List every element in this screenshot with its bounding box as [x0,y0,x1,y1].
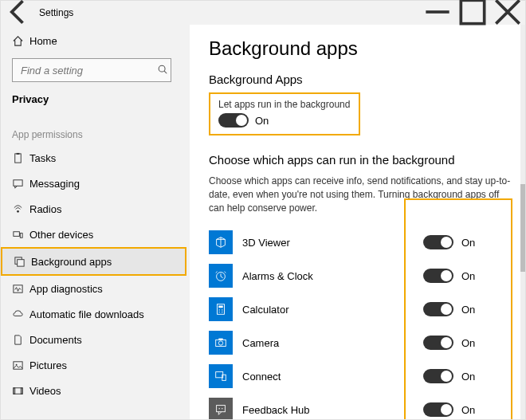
sidebar-item-label: Documents [29,334,82,346]
app-name: Connect [233,371,423,383]
app-toggle-state: On [461,371,475,383]
cloud-download-icon [12,308,29,320]
app-list: 3D Viewer On Alarms & Clock On [209,226,511,419]
sidebar-item-label: App diagnostics [29,283,103,295]
sidebar: Home Privacy App permissions Tasks [1,25,190,419]
svg-rect-11 [18,259,24,265]
app-name: Camera [233,337,423,349]
svg-rect-6 [14,179,22,186]
svg-rect-27 [218,339,222,340]
home-icon [12,35,29,47]
window-title: Settings [36,7,420,18]
app-name: Feedback Hub [233,404,423,416]
app-toggle[interactable] [423,402,453,417]
app-row-calculator: Calculator On [209,292,511,326]
app-toggle-state: On [461,270,475,282]
app-name: Alarms & Clock [233,270,423,282]
sidebar-item-documents[interactable]: Documents [1,327,190,352]
section-subtitle: Background Apps [209,73,511,86]
search-input[interactable] [19,64,157,77]
app-toggle[interactable] [423,235,453,249]
sidebar-item-other-devices[interactable]: Other devices [1,222,190,247]
document-icon [12,334,29,346]
sidebar-item-messaging[interactable]: Messaging [1,171,190,196]
master-toggle-state: On [255,115,269,127]
window-body: Home Privacy App permissions Tasks [1,25,525,419]
svg-point-22 [222,310,222,311]
svg-rect-30 [217,406,226,412]
app-row-3d-viewer: 3D Viewer On [209,226,511,259]
app-toggle[interactable] [423,336,453,350]
background-apps-icon [14,256,31,268]
sidebar-item-label: Radios [29,203,61,215]
picture-icon [12,359,29,371]
sidebar-item-label: Background apps [31,256,112,268]
scrollbar[interactable] [520,25,525,419]
app-row-alarms-clock: Alarms & Clock On [209,259,511,292]
sidebar-item-background-apps[interactable]: Background apps [2,249,185,274]
search-icon [157,64,168,77]
app-toggle[interactable] [423,302,453,316]
svg-rect-13 [14,361,22,368]
alarms-clock-icon [209,264,233,288]
sidebar-item-radios[interactable]: Radios [1,196,190,222]
master-toggle[interactable] [218,113,249,128]
svg-rect-1 [461,0,484,23]
sidebar-item-label: Automatic file downloads [29,308,144,320]
sidebar-item-videos[interactable]: Videos [1,378,190,403]
search-wrap [1,53,190,90]
connect-icon [209,364,233,388]
sidebar-item-app-diagnostics[interactable]: App diagnostics [1,276,190,301]
message-icon [12,178,29,190]
feedback-hub-icon [209,398,233,419]
search-box[interactable] [12,58,171,82]
sidebar-item-label: Tasks [29,152,56,164]
sidebar-item-pictures[interactable]: Pictures [1,352,190,378]
calculator-icon [209,297,233,321]
master-toggle-highlight: Let apps run in the background On [209,92,360,135]
app-toggle-state: On [461,304,475,316]
master-toggle-label: Let apps run in the background [218,99,351,110]
master-toggle-row: On [218,113,351,128]
svg-rect-9 [20,233,22,237]
svg-rect-17 [21,387,22,394]
sidebar-home[interactable]: Home [1,28,190,53]
scrollbar-thumb[interactable] [520,184,525,272]
sidebar-group-label: App permissions [1,113,190,145]
choose-description: Choose which apps can receive info, send… [209,175,511,214]
camera-icon [209,331,233,355]
svg-point-26 [218,341,222,345]
svg-point-24 [222,312,222,312]
svg-rect-5 [17,152,20,154]
settings-window: Settings Home [0,0,526,420]
sidebar-item-label: Pictures [29,359,67,371]
svg-point-23 [218,312,219,312]
clipboard-icon [12,152,29,164]
app-toggle[interactable] [423,269,453,283]
page-title: Background apps [209,37,511,60]
svg-rect-4 [15,153,22,162]
svg-line-3 [164,71,167,73]
app-row-connect: Connect On [209,359,511,393]
svg-point-2 [159,65,165,72]
svg-rect-8 [14,231,20,236]
app-toggle[interactable] [423,369,453,383]
sidebar-highlight: Background apps [1,247,186,276]
devices-icon [12,229,29,241]
sidebar-home-label: Home [29,35,57,47]
app-toggle-state: On [461,237,475,249]
app-name: 3D Viewer [233,237,423,249]
app-row-camera: Camera On [209,326,511,359]
sidebar-item-label: Videos [29,385,61,397]
svg-point-21 [218,310,219,311]
content: Background apps Background Apps Let apps… [190,25,525,419]
app-toggle-state: On [461,404,475,416]
svg-rect-16 [14,387,15,394]
sidebar-item-tasks[interactable]: Tasks [1,145,190,171]
3d-viewer-icon [209,230,233,254]
radio-icon [12,203,29,215]
sidebar-item-label: Messaging [29,178,80,190]
sidebar-item-automatic-file-downloads[interactable]: Automatic file downloads [1,301,190,327]
video-icon [12,385,29,397]
svg-point-31 [218,408,219,409]
